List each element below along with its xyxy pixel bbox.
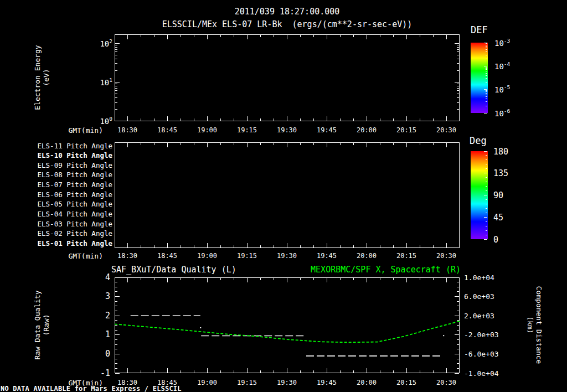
axis-tick [141, 245, 141, 247]
axis-tick [486, 230, 487, 231]
axis-tick [457, 359, 459, 359]
axis-tick [393, 35, 394, 37]
axis-tick [484, 89, 487, 90]
axis-tick [455, 43, 459, 44]
axis-tick [486, 71, 487, 71]
axis-tick [380, 118, 380, 121]
axis-tick [115, 291, 117, 292]
axis-tick [433, 118, 434, 121]
def-cbtick-label: 10-4 [494, 61, 510, 71]
axis-tick [433, 143, 434, 145]
distance-ytick-label: 2.0e+03 [464, 312, 494, 320]
x-tick-label: 18:30 [114, 379, 141, 386]
axis-tick [115, 344, 117, 345]
def-colorbar-title: DEF [471, 24, 488, 35]
axis-tick [287, 116, 287, 121]
axis-tick [420, 143, 420, 145]
x-tick-label: 19:45 [313, 126, 341, 134]
axis-tick [167, 35, 168, 39]
axis-tick [340, 370, 341, 373]
axis-tick [484, 239, 487, 240]
axis-tick [380, 245, 380, 247]
axis-tick [484, 173, 487, 173]
axis-tick [420, 245, 420, 247]
pitch-row-label: ELS-02 Pitch Angle [22, 229, 112, 238]
axis-tick [181, 245, 181, 247]
axis-tick [260, 35, 261, 37]
axis-tick [115, 82, 120, 82]
axis-tick [313, 278, 314, 280]
axis-tick [393, 118, 394, 121]
axis-tick [406, 368, 407, 373]
axis-tick [207, 116, 208, 121]
distance-ytick-label: -6.0e+03 [464, 350, 499, 358]
els-science-data-display: 2011/039 18:27:00.000 ELSSCIL/MEx ELS-07… [0, 0, 567, 392]
axis-tick [274, 118, 274, 121]
component-distance-axis-label-line1: Component Distance [534, 286, 543, 364]
axis-tick [457, 306, 459, 306]
axis-tick [457, 287, 459, 287]
x-tick-label: 20:30 [432, 126, 460, 134]
axis-tick [141, 278, 141, 280]
axis-tick [115, 311, 117, 311]
axis-tick [181, 35, 181, 37]
component-distance-axis-label: Component Distance (km) [525, 286, 543, 364]
axis-tick [393, 278, 394, 280]
axis-tick [486, 190, 487, 191]
axis-tick [446, 243, 447, 247]
axis-tick [433, 35, 434, 37]
x-tick-label: 18:30 [114, 252, 141, 260]
axis-tick [455, 354, 459, 354]
axis-tick [486, 46, 487, 47]
axis-tick [260, 245, 261, 247]
x-tick-label: 20:00 [353, 126, 380, 134]
axis-tick [115, 306, 117, 306]
axis-tick [353, 370, 354, 373]
distance-ytick-label: 6.0e+03 [464, 292, 494, 301]
axis-tick [353, 35, 354, 37]
axis-tick [457, 368, 459, 369]
x-tick-label: 18:45 [153, 252, 181, 260]
axis-tick [115, 59, 117, 59]
axis-tick [247, 116, 248, 121]
axis-tick [457, 311, 459, 311]
axis-tick [457, 109, 459, 110]
pitch-row-label: ELS-06 Pitch Angle [22, 190, 112, 199]
spacecraft-distance-curve [115, 321, 460, 342]
instrument-title: ELSSCIL/MEx ELS-07 LR-Bk (ergs/(cm**2-sr… [89, 19, 486, 29]
axis-tick [486, 91, 487, 92]
axis-tick [380, 278, 380, 280]
axis-tick [167, 368, 168, 373]
axis-tick [340, 143, 341, 145]
axis-tick [313, 245, 314, 247]
axis-tick [455, 316, 459, 316]
axis-tick [486, 67, 487, 68]
axis-tick [486, 155, 487, 156]
axis-tick [457, 320, 459, 321]
x-tick-label: 19:45 [313, 379, 341, 386]
axis-tick [127, 278, 128, 282]
axis-tick [486, 51, 487, 52]
x-tick-label: 20:15 [393, 126, 420, 134]
axis-tick [455, 334, 459, 335]
axis-tick [457, 325, 459, 326]
distance-ytick-label: 1.0e+04 [464, 274, 494, 282]
axis-tick [287, 143, 287, 147]
axis-tick [457, 339, 459, 340]
axis-tick [234, 143, 234, 145]
axis-tick [406, 278, 407, 282]
component-distance-axis-label-line2: (km) [525, 286, 534, 364]
axis-tick [433, 278, 434, 280]
axis-tick [313, 370, 314, 373]
axis-tick [247, 278, 248, 282]
energy-spectrogram-plot [115, 34, 460, 121]
axis-tick [393, 143, 394, 145]
axis-tick [486, 168, 487, 169]
axis-tick [367, 278, 367, 282]
axis-tick [455, 121, 459, 121]
x-tick-label: 18:45 [153, 126, 181, 134]
axis-tick [486, 55, 487, 55]
deg-colorbar-title: Deg [470, 135, 487, 146]
axis-tick [486, 177, 487, 178]
axis-tick [446, 143, 447, 147]
